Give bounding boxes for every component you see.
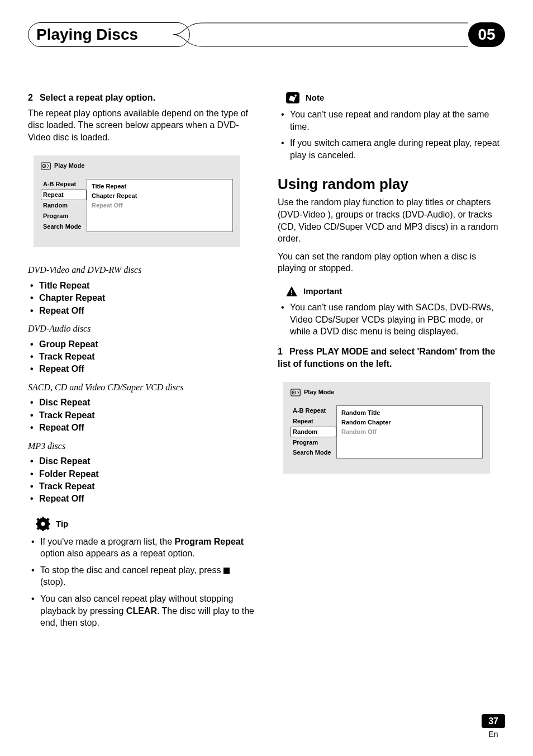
option-item: Chapter Repeat bbox=[28, 292, 255, 304]
playmode-icon bbox=[41, 162, 51, 170]
menu-item: Random bbox=[41, 200, 87, 211]
menu-item: Program bbox=[291, 437, 336, 448]
menu-item: Repeat bbox=[291, 416, 336, 427]
note-item: If you switch camera angle during repeat… bbox=[278, 137, 505, 161]
menu-option-dim: Repeat Off bbox=[92, 201, 228, 210]
left-column: 2Select a repeat play option. The repeat… bbox=[28, 92, 255, 634]
option-item: Folder Repeat bbox=[28, 468, 255, 480]
menu-item: Search Mode bbox=[291, 447, 336, 458]
option-item: Repeat Off bbox=[28, 305, 255, 317]
section-body: Use the random play function to play tit… bbox=[278, 196, 505, 244]
tip-label: Tip bbox=[56, 518, 68, 530]
step-title: 1Press PLAY MODE and select 'Random' fro… bbox=[278, 346, 505, 370]
note-icon bbox=[285, 92, 300, 104]
page-footer: 37 En bbox=[482, 716, 505, 739]
menu-item: A-B Repeat bbox=[41, 179, 87, 190]
option-item: Disc Repeat bbox=[28, 455, 255, 467]
important-item: You can't use random play with SACDs, DV… bbox=[278, 301, 505, 338]
note-label: Note bbox=[306, 92, 324, 103]
play-mode-menu-random: Play Mode A-B Repeat Repeat Random Progr… bbox=[283, 382, 490, 474]
tip-item: You can also cancel repeat play without … bbox=[28, 593, 255, 629]
menu-option: Random Title bbox=[341, 408, 478, 418]
stop-icon bbox=[223, 568, 230, 574]
disc-type-heading: DVD-Audio discs bbox=[28, 323, 255, 335]
section-title: Using random play bbox=[278, 174, 505, 194]
menu-left-list: A-B Repeat Repeat Random Program Search … bbox=[41, 179, 87, 232]
tip-item: If you've made a program list, the Progr… bbox=[28, 536, 255, 560]
option-item: Title Repeat bbox=[28, 280, 255, 292]
header-connector bbox=[190, 22, 468, 47]
disc-type-heading: SACD, CD and Video CD/Super VCD discs bbox=[28, 381, 255, 394]
section-body: You can set the random play option when … bbox=[278, 251, 505, 275]
option-item: Track Repeat bbox=[28, 480, 255, 493]
menu-right-list: Random Title Random Chapter Random Off bbox=[336, 405, 483, 459]
chapter-title: Playing Discs bbox=[36, 26, 138, 44]
menu-item-selected: Repeat bbox=[41, 190, 87, 200]
chapter-title-wrap: Playing Discs bbox=[28, 22, 190, 47]
option-item: Repeat Off bbox=[28, 363, 255, 375]
step-body: The repeat play options available depend… bbox=[28, 107, 255, 144]
menu-item: A-B Repeat bbox=[291, 405, 336, 416]
option-item: Track Repeat bbox=[28, 351, 255, 363]
tip-item: To stop the disc and cancel repeat play,… bbox=[28, 564, 255, 588]
page-number: 37 bbox=[482, 714, 505, 728]
menu-right-list: Title Repeat Chapter Repeat Repeat Off bbox=[87, 179, 233, 232]
note-item: You can't use repeat and random play at … bbox=[278, 108, 505, 133]
play-mode-menu-repeat: Play Mode A-B Repeat Repeat Random Progr… bbox=[34, 155, 240, 247]
option-item: Group Repeat bbox=[28, 338, 255, 351]
menu-item-selected: Random bbox=[291, 427, 336, 437]
chapter-number-badge: 05 bbox=[468, 22, 505, 47]
step-number: 2 bbox=[28, 93, 40, 102]
option-item: Track Repeat bbox=[28, 409, 255, 422]
menu-title: Play Mode bbox=[54, 162, 84, 170]
playmode-icon bbox=[291, 389, 301, 396]
tip-icon bbox=[36, 517, 50, 531]
important-icon bbox=[285, 286, 298, 297]
menu-item: Search Mode bbox=[41, 221, 87, 232]
menu-item: Program bbox=[41, 211, 87, 221]
disc-type-heading: DVD-Video and DVD-RW discs bbox=[28, 264, 255, 276]
step-title: Select a repeat play option. bbox=[40, 93, 155, 102]
language-code: En bbox=[489, 730, 498, 739]
disc-type-heading: MP3 discs bbox=[28, 440, 255, 452]
page-header: Playing Discs 05 bbox=[28, 22, 505, 47]
menu-option-dim: Random Off bbox=[341, 427, 478, 437]
menu-option: Title Repeat bbox=[92, 182, 228, 191]
right-column: Note You can't use repeat and random pla… bbox=[278, 92, 505, 634]
option-item: Disc Repeat bbox=[28, 396, 255, 409]
menu-title: Play Mode bbox=[304, 388, 334, 396]
menu-left-list: A-B Repeat Repeat Random Program Search … bbox=[291, 405, 336, 459]
option-item: Repeat Off bbox=[28, 422, 255, 434]
menu-option: Chapter Repeat bbox=[92, 191, 228, 201]
menu-option: Random Chapter bbox=[341, 418, 478, 427]
important-label: Important bbox=[303, 286, 342, 297]
option-item: Repeat Off bbox=[28, 493, 255, 505]
